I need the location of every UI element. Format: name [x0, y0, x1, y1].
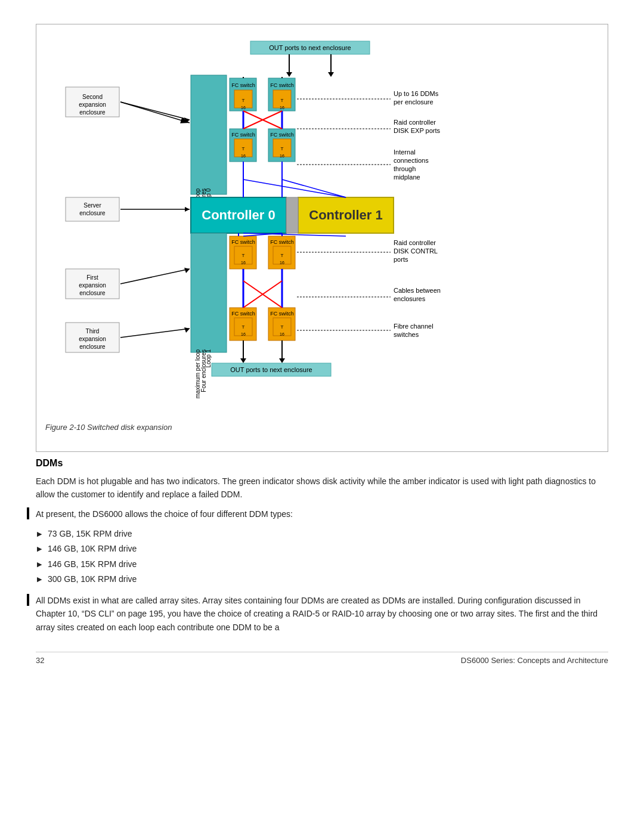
svg-text:16: 16: [280, 261, 284, 265]
svg-text:Controller 1: Controller 1: [309, 208, 382, 222]
svg-text:FC switch: FC switch: [231, 239, 255, 245]
figure-caption: Figure 2-10 Switched disk expansion: [45, 423, 599, 432]
change-bar-1: [27, 507, 29, 519]
svg-text:16: 16: [280, 106, 284, 110]
svg-text:Cables between: Cables between: [394, 287, 441, 294]
svg-text:16: 16: [280, 332, 284, 336]
svg-text:T: T: [242, 98, 245, 103]
svg-text:Internal: Internal: [394, 148, 416, 156]
svg-rect-41: [286, 197, 298, 233]
svg-text:T: T: [281, 324, 284, 330]
svg-text:DISK CONTRL: DISK CONTRL: [394, 247, 438, 255]
bullet-list: 73 GB, 15K RPM drive146 GB, 10K RPM driv…: [36, 527, 608, 587]
svg-text:Second: Second: [82, 94, 103, 100]
svg-text:16: 16: [241, 154, 246, 158]
svg-text:T: T: [281, 146, 284, 151]
section-heading: DDMs: [36, 458, 608, 469]
page-footer: 32 DS6000 Series: Concepts and Architect…: [36, 652, 608, 665]
diagram-svg: OUT ports to next enclosure Loop 0 Four …: [45, 36, 599, 418]
svg-text:16: 16: [280, 154, 284, 158]
paragraph-1: Each DDM is hot plugable and has two ind…: [36, 475, 608, 501]
svg-text:Raid controller: Raid controller: [394, 239, 436, 246]
svg-text:DISK EXP ports: DISK EXP ports: [394, 127, 441, 134]
svg-text:expansion: expansion: [79, 336, 106, 342]
svg-text:expansion: expansion: [79, 282, 106, 289]
svg-text:FC switch: FC switch: [231, 132, 255, 138]
svg-text:First: First: [86, 274, 98, 281]
svg-text:Fibre channel: Fibre channel: [394, 323, 434, 330]
svg-text:T: T: [242, 253, 245, 258]
svg-text:ports: ports: [394, 256, 408, 263]
svg-text:per enclosure: per enclosure: [394, 98, 434, 106]
svg-text:enclosure: enclosure: [79, 210, 106, 216]
change-bar-2: [27, 594, 29, 606]
change-bar-para-2: All DDMs exist in what are called array …: [36, 594, 608, 634]
svg-rect-46: [191, 233, 227, 352]
svg-text:T: T: [242, 146, 245, 151]
bullet-item: 73 GB, 15K RPM drive: [48, 527, 608, 541]
svg-text:Controller 0: Controller 0: [202, 208, 275, 222]
svg-text:enclosure: enclosure: [79, 290, 106, 296]
change-bar-para: At present, the DS6000 allows the choice…: [36, 507, 608, 521]
paragraph-3: All DDMs exist in what are called array …: [36, 594, 608, 634]
svg-text:OUT ports to next enclosure: OUT ports to next enclosure: [269, 44, 351, 51]
svg-text:Raid controller: Raid controller: [394, 119, 436, 126]
diagram: OUT ports to next enclosure Loop 0 Four …: [45, 36, 599, 418]
page-number: 32: [36, 656, 44, 665]
svg-text:T: T: [281, 98, 284, 103]
svg-text:FC switch: FC switch: [231, 311, 255, 317]
paragraph-2: At present, the DS6000 allows the choice…: [36, 507, 608, 521]
svg-text:maximum per loop: maximum per loop: [194, 349, 201, 399]
bullet-item: 300 GB, 10K RPM drive: [48, 572, 608, 587]
svg-text:FC switch: FC switch: [270, 311, 294, 317]
svg-text:Up to 16 DDMs: Up to 16 DDMs: [394, 90, 439, 97]
svg-text:FC switch: FC switch: [270, 132, 294, 138]
footer-title: DS6000 Series: Concepts and Architecture: [461, 656, 608, 665]
svg-text:T: T: [281, 253, 284, 258]
svg-text:16: 16: [241, 332, 246, 336]
svg-text:through: through: [394, 165, 416, 172]
svg-text:FC switch: FC switch: [270, 82, 294, 88]
svg-rect-89: [66, 197, 119, 221]
svg-text:Server: Server: [83, 202, 101, 209]
svg-text:enclosures: enclosures: [394, 295, 426, 302]
svg-text:FC switch: FC switch: [270, 239, 294, 245]
svg-text:enclosure: enclosure: [79, 109, 106, 116]
svg-text:switches: switches: [394, 331, 419, 338]
svg-text:16: 16: [241, 261, 246, 265]
page-content: OUT ports to next enclosure Loop 0 Four …: [36, 24, 608, 665]
svg-text:expansion: expansion: [79, 101, 106, 108]
caption-text: Figure 2-10 Switched disk expansion: [45, 423, 172, 432]
svg-text:Four enclosures: Four enclosures: [200, 349, 207, 392]
ddms-section: DDMs Each DDM is hot plugable and has tw…: [36, 458, 608, 634]
bullet-item: 146 GB, 15K RPM drive: [48, 557, 608, 572]
svg-text:OUT ports to next enclosure: OUT ports to next enclosure: [230, 366, 312, 373]
svg-text:Third: Third: [86, 328, 100, 335]
svg-text:T: T: [242, 324, 245, 330]
svg-text:enclosure: enclosure: [79, 343, 106, 350]
svg-text:16: 16: [241, 106, 246, 110]
svg-text:midplane: midplane: [394, 174, 420, 181]
figure-box: OUT ports to next enclosure Loop 0 Four …: [36, 24, 608, 452]
svg-text:FC switch: FC switch: [231, 82, 255, 88]
svg-text:connections: connections: [394, 157, 429, 164]
bullet-item: 146 GB, 10K RPM drive: [48, 541, 608, 556]
svg-rect-7: [191, 75, 227, 194]
